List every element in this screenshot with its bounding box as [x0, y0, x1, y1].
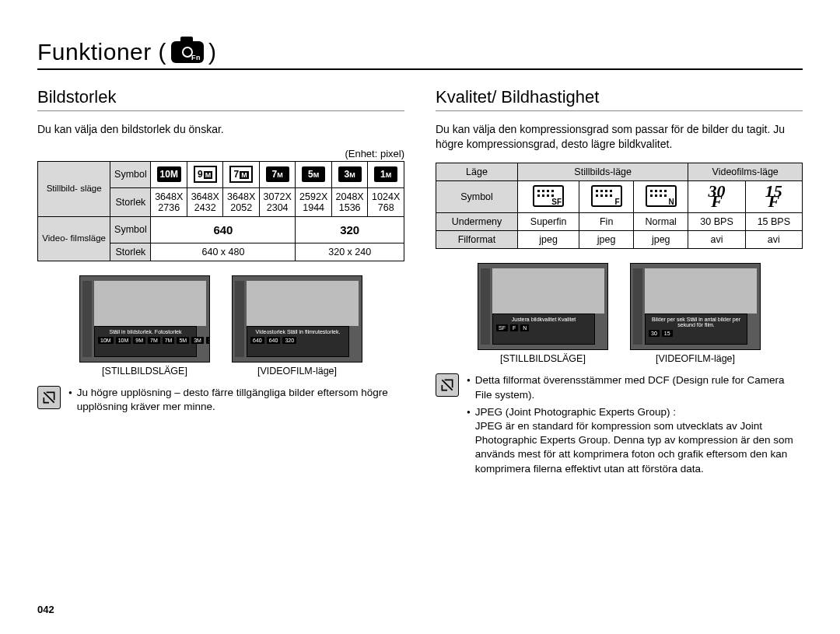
- still-sym-5: 3M: [331, 161, 367, 187]
- video-size-0: 640 x 480: [151, 243, 296, 261]
- mode-video: Videofilms-läge: [688, 163, 803, 180]
- still-size-1: 3648X2432: [187, 187, 222, 216]
- video-size-head: Storlek: [110, 243, 151, 261]
- fmt-3: avi: [688, 231, 745, 249]
- sub-0: Superfin: [517, 213, 579, 231]
- size-head: Storlek: [110, 187, 151, 216]
- right-column: Kvalitet/ Bildhastighet Du kan välja den…: [436, 87, 803, 479]
- left-heading: Bildstorlek: [37, 87, 404, 111]
- right-note-2: JPEG (Joint Photographic Experts Group) …: [475, 405, 803, 476]
- still-size-2: 3648X2052: [223, 187, 259, 216]
- still-sym-1: 9M: [187, 161, 222, 187]
- right-note: Detta filformat överensstämmer med DCF (…: [436, 373, 803, 479]
- still-size-3: 3072X2304: [259, 187, 295, 216]
- preview-label-0: [STILLBILDSLÄGE]: [102, 366, 187, 377]
- page-title: Funktioner ( Fn ): [37, 39, 803, 70]
- q-sym-3: 30F: [688, 180, 745, 213]
- video-mode-head: Video- filmsläge: [38, 216, 110, 261]
- still-mode-head: Stillbild- släge: [38, 161, 110, 216]
- title-prefix: Funktioner (: [37, 39, 166, 65]
- submenu-head: Undermeny: [436, 213, 518, 231]
- mode-still: Stillbilds-läge: [517, 163, 688, 180]
- symbol-head: Symbol: [110, 161, 151, 187]
- still-size-6: 1024X768: [368, 187, 404, 216]
- still-sym-0: 10M: [151, 161, 187, 187]
- preview-video-r: Bilder per sek Ställ in antal bilder per…: [630, 263, 761, 364]
- fmt-1: jpeg: [579, 231, 634, 249]
- sub-2: Normal: [634, 213, 688, 231]
- still-size-4: 2592X1944: [296, 187, 331, 216]
- fmt-0: jpeg: [517, 231, 579, 249]
- sub-3: 30 BPS: [688, 213, 745, 231]
- left-column: Bildstorlek Du kan välja den bildstorlek…: [37, 87, 404, 479]
- title-suffix: ): [208, 39, 217, 65]
- note-icon: [37, 386, 61, 409]
- preview-still-r: Justera bildkvalitet Kvalitet SFFN [STIL…: [478, 263, 608, 364]
- note-icon: [436, 373, 459, 397]
- format-head: Filformat: [436, 231, 518, 249]
- sub-4: 15 BPS: [745, 213, 802, 231]
- fmt-2: jpeg: [634, 231, 688, 249]
- still-sym-2: 7M: [223, 161, 259, 187]
- video-sym-0: 640: [151, 216, 296, 243]
- q-sym-4: 15F: [745, 180, 802, 213]
- q-sym-0: SF: [517, 180, 579, 213]
- preview-label-1: [VIDEOFILM-läge]: [257, 366, 337, 377]
- still-sym-3: 7M: [259, 161, 295, 187]
- right-note-1: Detta filformat överensstämmer med DCF (…: [475, 373, 803, 401]
- still-size-0: 3648X2736: [151, 187, 187, 216]
- sub-1: Fin: [579, 213, 634, 231]
- q-sym-2: N: [634, 180, 688, 213]
- preview-label-r1: [VIDEOFILM-läge]: [656, 353, 735, 364]
- still-sym-4: 5M: [296, 161, 331, 187]
- right-intro: Du kan välja den kompressionsgrad som pa…: [436, 122, 803, 152]
- left-note-text: Ju högre upplösning – desto färre tillgä…: [77, 386, 404, 414]
- left-note: Ju högre upplösning – desto färre tillgä…: [37, 386, 404, 417]
- still-size-5: 2048X1536: [331, 187, 367, 216]
- preview-label-r0: [STILLBILDSLÄGE]: [500, 353, 586, 364]
- still-sym-6: 1M: [368, 161, 404, 187]
- unit-label: (Enhet: pixel): [37, 148, 404, 159]
- image-size-table: Stillbild- släge Symbol 10M 9M 7M 7M 5M …: [37, 161, 404, 261]
- sym-head: Symbol: [436, 180, 518, 213]
- page-number: 042: [37, 604, 54, 615]
- preview-still: Ställ in bildstorlek. Fotostorlek 10M10M…: [79, 275, 210, 377]
- video-size-1: 320 x 240: [296, 243, 404, 261]
- left-intro: Du kan välja den bildstorlek du önskar.: [37, 122, 404, 137]
- camera-fn-icon: Fn: [171, 41, 204, 63]
- video-sym-1: 320: [296, 216, 404, 243]
- mode-head: Läge: [436, 163, 518, 180]
- left-previews: Ställ in bildstorlek. Fotostorlek 10M10M…: [37, 275, 404, 377]
- right-previews: Justera bildkvalitet Kvalitet SFFN [STIL…: [436, 263, 803, 364]
- q-sym-1: F: [579, 180, 634, 213]
- preview-video: Videostorlek Ställ in filmrutestorlek. 6…: [232, 275, 362, 377]
- fmt-4: avi: [745, 231, 802, 249]
- quality-table: Läge Stillbilds-läge Videofilms-läge Sym…: [436, 163, 803, 250]
- video-symbol-head: Symbol: [110, 216, 151, 243]
- right-heading: Kvalitet/ Bildhastighet: [436, 87, 803, 111]
